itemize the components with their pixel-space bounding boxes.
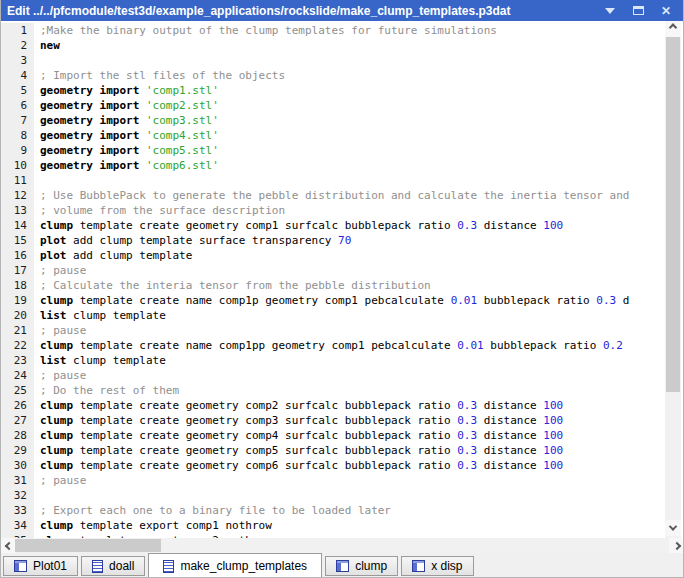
code-token: ; pause (40, 264, 86, 277)
code-line[interactable]: 4; Import the stl files of the objects (1, 68, 669, 83)
code-token: clump (40, 519, 73, 532)
code-line[interactable]: 25; Do the rest of them (1, 383, 669, 398)
vertical-scrollbar[interactable] (665, 21, 681, 538)
code-line[interactable]: 7geometry import 'comp3.stl' (1, 113, 669, 128)
code-line[interactable]: 22clump template create name comp1pp geo… (1, 338, 669, 353)
code-line[interactable]: 26clump template create geometry comp2 s… (1, 398, 669, 413)
code-line[interactable]: 11 (1, 173, 669, 188)
code-token: 0.3 (457, 219, 477, 232)
code-line[interactable]: 30clump template create geometry comp6 s… (1, 458, 669, 473)
code-token: bubblepack ratio (477, 294, 596, 307)
code-text: clump template export comp1 nothrow (34, 518, 272, 533)
code-line[interactable]: 34clump template export comp1 nothrow (1, 518, 669, 533)
code-line[interactable]: 28clump template create geometry comp4 s… (1, 428, 669, 443)
tab-plot01[interactable]: Plot01 (3, 556, 78, 576)
scroll-left-button[interactable] (1, 538, 16, 553)
code-token: clump (40, 444, 73, 457)
code-line[interactable]: 12; Use BubblePack to generate the pebbl… (1, 188, 669, 203)
horizontal-scrollbar-thumb[interactable] (15, 539, 161, 552)
dropdown-arrow-icon (605, 8, 615, 14)
code-text: ; Import the stl files of the objects (34, 68, 285, 83)
code-line[interactable]: 1;Make the binary output of the clump te… (1, 23, 669, 38)
code-text: clump template create geometry comp1 sur… (34, 218, 563, 233)
code-line[interactable]: 31; pause (1, 473, 669, 488)
code-text: geometry import 'comp3.stl' (34, 113, 219, 128)
code-text (34, 53, 40, 68)
code-line[interactable]: 14clump template create geometry comp1 s… (1, 218, 669, 233)
code-token: 0.3 (457, 444, 477, 457)
code-line[interactable]: 19clump template create name comp1p geom… (1, 293, 669, 308)
code-line[interactable]: 8geometry import 'comp4.stl' (1, 128, 669, 143)
code-token: 0.3 (596, 294, 616, 307)
code-line[interactable]: 18; Calculate the interia tensor from th… (1, 278, 669, 293)
chevron-left-icon (4, 541, 12, 549)
code-token: add clump template (67, 249, 193, 262)
code-text: plot add clump template surface transpar… (34, 233, 351, 248)
code-token: new (40, 39, 60, 52)
scroll-down-button[interactable] (665, 520, 681, 536)
tab-x-disp[interactable]: x disp (401, 556, 473, 576)
line-number: 12 (1, 188, 34, 203)
code-line[interactable]: 16plot add clump template (1, 248, 669, 263)
code-token: ; pause (40, 369, 86, 382)
code-editor[interactable]: 1;Make the binary output of the clump te… (1, 21, 669, 538)
line-number: 23 (1, 353, 34, 368)
code-token: distance (477, 459, 543, 472)
code-token: template create geometry comp3 surfcalc … (73, 414, 457, 427)
tab-make-clump-templates[interactable]: make_clump_templates (148, 553, 322, 578)
code-token: clump (40, 399, 73, 412)
vertical-scrollbar-thumb[interactable] (666, 37, 680, 392)
scroll-up-button[interactable] (665, 21, 681, 37)
code-line[interactable]: 27clump template create geometry comp3 s… (1, 413, 669, 428)
code-token: 'comp5.stl' (146, 144, 219, 157)
code-line[interactable]: 33; Export each one to a binary file to … (1, 503, 669, 518)
document-icon (92, 560, 103, 573)
tab-doall[interactable]: doall (81, 556, 145, 576)
code-line[interactable]: 2new (1, 38, 669, 53)
code-line[interactable]: 29clump template create geometry comp5 s… (1, 443, 669, 458)
line-number: 1 (1, 23, 34, 38)
code-line[interactable]: 24; pause (1, 368, 669, 383)
code-token: template create geometry comp1 surfcalc … (73, 219, 457, 232)
code-token: distance (477, 219, 543, 232)
line-number: 29 (1, 443, 34, 458)
code-token: ; pause (40, 474, 86, 487)
code-text: ; pause (34, 368, 86, 383)
line-number: 3 (1, 53, 34, 68)
tab-clump[interactable]: clump (325, 556, 398, 576)
line-number: 13 (1, 203, 34, 218)
code-line[interactable]: 32 (1, 488, 669, 503)
code-line[interactable]: 10geometry import 'comp6.stl' (1, 158, 669, 173)
code-text: ; Calculate the interia tensor from the … (34, 278, 431, 293)
code-line[interactable]: 15plot add clump template surface transp… (1, 233, 669, 248)
code-line[interactable]: 17; pause (1, 263, 669, 278)
code-text: clump template create name comp1pp geome… (34, 338, 623, 353)
code-text: ; volume from the surface description (34, 203, 285, 218)
code-token: ; Export each one to a binary file to be… (40, 504, 391, 517)
code-line[interactable]: 13; volume from the surface description (1, 203, 669, 218)
code-token: 0.3 (457, 414, 477, 427)
code-text: clump template create geometry comp2 sur… (34, 398, 563, 413)
code-token: d (616, 294, 629, 307)
line-number: 21 (1, 323, 34, 338)
code-token: ;Make the binary output of the clump tem… (40, 24, 497, 37)
code-token: ; Do the rest of them (40, 384, 179, 397)
scroll-right-button[interactable] (669, 538, 684, 553)
code-line[interactable]: 21; pause (1, 323, 669, 338)
dropdown-arrow-button[interactable] (603, 5, 617, 17)
code-line[interactable]: 6geometry import 'comp2.stl' (1, 98, 669, 113)
code-token: plot (40, 234, 67, 247)
code-line[interactable]: 3 (1, 53, 669, 68)
code-token: geometry import (40, 144, 146, 157)
code-line[interactable]: 5geometry import 'comp1.stl' (1, 83, 669, 98)
restore-window-button[interactable] (631, 5, 645, 17)
code-line[interactable]: 20list clump template (1, 308, 669, 323)
code-token: 'comp6.stl' (146, 159, 219, 172)
horizontal-scrollbar[interactable] (1, 538, 684, 553)
code-token: clump (40, 459, 73, 472)
code-line[interactable]: 9geometry import 'comp5.stl' (1, 143, 669, 158)
close-window-button[interactable]: ✕ (659, 5, 673, 17)
code-line[interactable]: 23list clump template (1, 353, 669, 368)
code-lines: 1;Make the binary output of the clump te… (1, 21, 669, 538)
line-number: 6 (1, 98, 34, 113)
